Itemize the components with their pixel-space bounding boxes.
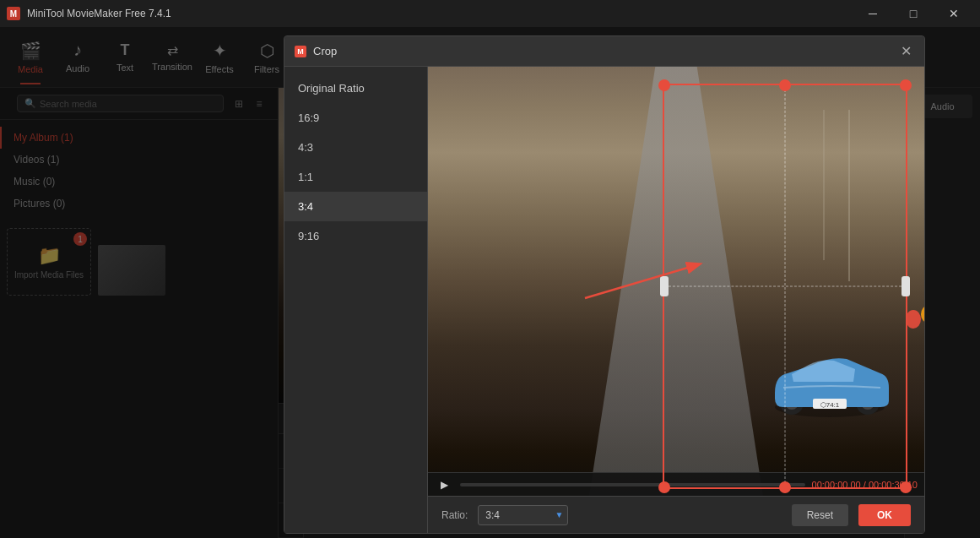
window-controls: ─ □ ✕ <box>853 0 973 27</box>
crop-ratio-panel: Original Ratio 16:9 4:3 1:1 3:4 9:16 <box>284 67 428 533</box>
crop-dialog-icon: M <box>295 46 306 57</box>
crop-handle-tr[interactable] <box>900 79 912 91</box>
app-title: MiniTool MovieMaker Free 7.4.1 <box>27 8 853 19</box>
crop-handle-bc[interactable] <box>779 481 791 493</box>
crop-handle-br[interactable] <box>900 481 912 493</box>
crop-preview: ⬡74:1 ▶ <box>428 67 924 496</box>
ratio-16-9[interactable]: 16:9 <box>284 103 427 133</box>
crop-content: Original Ratio 16:9 4:3 1:1 3:4 9:16 <box>284 67 924 533</box>
crop-handle-mr[interactable] <box>901 276 910 296</box>
ratio-4-3[interactable]: 4:3 <box>284 133 427 162</box>
crop-handle-bl[interactable] <box>658 481 670 493</box>
crop-bottom-bar: Ratio: Original Ratio 16:9 4:3 1:1 3:4 9… <box>428 496 924 533</box>
ratio-1-1[interactable]: 1:1 <box>284 162 427 192</box>
crop-dialog-titlebar: M Crop ✕ <box>284 36 924 67</box>
ratio-select[interactable]: Original Ratio 16:9 4:3 1:1 3:4 9:16 <box>478 505 568 525</box>
crop-dialog: M Crop ✕ Original Ratio 16:9 4:3 1:1 <box>284 35 925 534</box>
crop-handle-tl[interactable] <box>658 79 670 91</box>
crop-dialog-overlay: M Crop ✕ Original Ratio 16:9 4:3 1:1 <box>0 27 980 538</box>
crop-close-button[interactable]: ✕ <box>897 43 914 60</box>
crop-dialog-title: Crop <box>313 45 897 57</box>
svg-line-1 <box>585 264 699 298</box>
reset-button[interactable]: Reset <box>792 504 848 526</box>
ratio-select-wrapper: Original Ratio 16:9 4:3 1:1 3:4 9:16 ▼ <box>478 505 568 525</box>
ratio-3-4[interactable]: 3:4 <box>284 192 427 221</box>
ok-button[interactable]: OK <box>858 504 911 526</box>
close-button[interactable]: ✕ <box>934 0 973 27</box>
ratio-original[interactable]: Original Ratio <box>284 73 427 103</box>
maximize-button[interactable]: □ <box>894 0 933 27</box>
titlebar: M MiniTool MovieMaker Free 7.4.1 ─ □ ✕ <box>0 0 980 27</box>
ratio-9-16[interactable]: 9:16 <box>284 221 427 251</box>
crop-handle-tc[interactable] <box>779 79 791 91</box>
dashed-vertical <box>785 85 786 487</box>
crop-arrow <box>577 260 712 302</box>
app-icon: M <box>7 7 20 20</box>
minimize-button[interactable]: ─ <box>853 0 892 27</box>
ratio-label: Ratio: <box>441 509 468 521</box>
play-button[interactable]: ▶ <box>435 476 453 494</box>
